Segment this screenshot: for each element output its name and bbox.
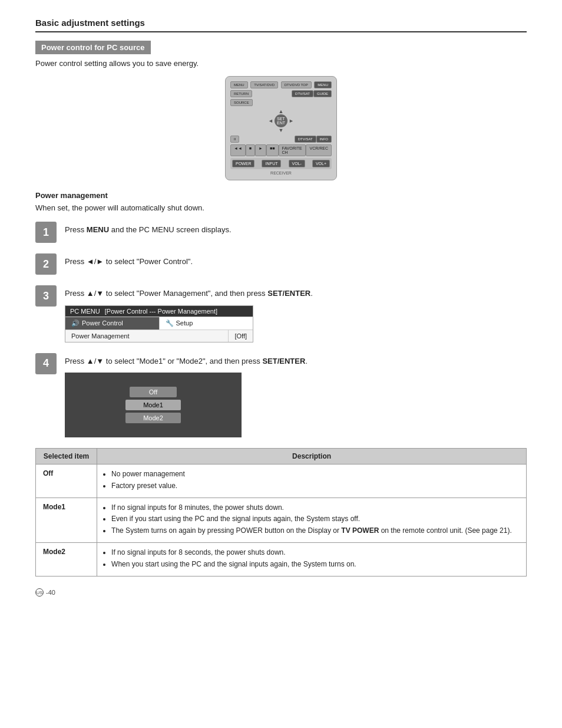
table-item-mode2: Mode2 [36,542,97,576]
step-4: 4 Press ▲/▼ to select "Mode1" or "Mode2"… [35,353,527,438]
speaker-icon: 🔊 [71,319,80,327]
section-header: Power control for PC source [35,41,151,54]
remote-mock: MENU TV/SAT/DVD DTV/DVD TOP MENU RETURN … [225,76,337,180]
pc-menu-row2: Power Management [Off] [65,330,253,342]
table-header-desc: Description [97,449,527,465]
step-4-content: Press ▲/▼ to select "Mode1" or "Mode2", … [65,353,527,438]
step-3-number: 3 [35,285,57,307]
subsection-power-mgmt-title: Power management [35,191,527,200]
step-3-content: Press ▲/▼ to select "Power Management", … [65,285,527,342]
power-management-label: Power Management [65,330,228,342]
footer-circle: US [35,588,44,597]
table-row-off: Off No power management Factory preset v… [36,465,527,498]
mode-1: Mode1 [125,400,181,410]
steps-container: 1 Press MENU and the PC MENU screen disp… [35,222,527,437]
subsection-power-mgmt-desc: When set, the power will automatically s… [35,203,527,212]
page-footer: US -40 [35,588,527,597]
step-2: 2 Press ◄/► to select "Power Control". [35,253,527,275]
table-item-mode1: Mode1 [36,498,97,542]
intro-text: Power control setting allows you to save… [35,59,527,68]
pc-menu-power-control: 🔊 Power Control [65,317,160,330]
step-2-content: Press ◄/► to select "Power Control". [65,253,527,268]
table-item-off: Off [36,465,97,498]
pc-menu-row1: 🔊 Power Control 🔧 Setup [65,317,253,330]
pc-menu-header: PC MENU [Power Control --- Power Managem… [65,306,253,317]
page-title: Basic adjustment settings [35,18,527,32]
table-desc-mode1: If no signal inputs for 8 minutes, the p… [97,498,527,542]
table-desc-mode2: If no signal inputs for 8 seconds, the p… [97,542,527,576]
table-row-mode1: Mode1 If no signal inputs for 8 minutes,… [36,498,527,542]
pc-menu-breadcrumb: [Power Control --- Power Management] [105,308,217,315]
pc-menu-label: PC MENU [70,308,100,315]
table-row-mode2: Mode2 If no signal inputs for 8 seconds,… [36,542,527,576]
setup-label: Setup [176,319,193,327]
pc-menu-box: PC MENU [Power Control --- Power Managem… [65,305,253,342]
mode-off: Off [130,387,177,397]
step-1-number: 1 [35,222,57,243]
mode-selection-box: Off Mode1 Mode2 [65,373,242,437]
step-2-number: 2 [35,253,57,275]
page-number: -40 [46,589,55,596]
power-management-value: [Off] [228,330,253,342]
mode-2: Mode2 [125,413,181,423]
pc-menu-setup: 🔧 Setup [160,317,253,330]
remote-image-container: MENU TV/SAT/DVD DTV/DVD TOP MENU RETURN … [35,76,527,180]
wrench-icon: 🔧 [166,319,174,327]
power-control-label: Power Control [82,319,123,327]
step-3: 3 Press ▲/▼ to select "Power Management"… [35,285,527,342]
table-desc-off: No power management Factory preset value… [97,465,527,498]
step-1: 1 Press MENU and the PC MENU screen disp… [35,222,527,243]
step-1-content: Press MENU and the PC MENU screen displa… [65,222,527,236]
table-header-item: Selected item [36,449,97,465]
description-table: Selected item Description Off No power m… [35,448,527,577]
step-4-number: 4 [35,353,57,374]
